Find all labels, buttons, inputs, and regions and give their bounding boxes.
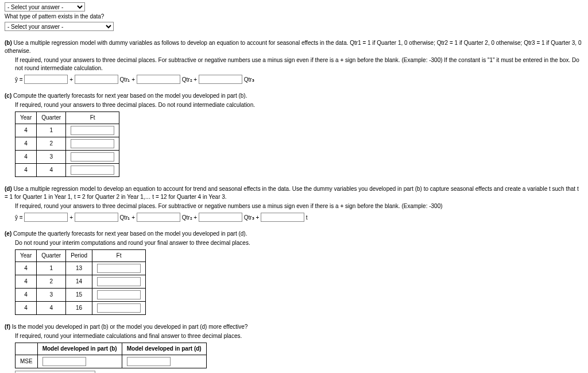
d-t-input[interactable] <box>261 213 304 222</box>
table-row: 4315 <box>16 289 146 302</box>
e-ft-2[interactable] <box>97 277 141 286</box>
mse-row-label: MSE <box>16 355 38 368</box>
d-q1-label: Qtr₁ + <box>120 214 136 221</box>
mse-b-input[interactable] <box>42 357 86 366</box>
c-h-quarter: Quarter <box>37 112 66 124</box>
table-row: 4214 <box>16 275 146 289</box>
d-q2-label: Qtr₂ + <box>182 214 198 221</box>
part-c-label: (c) <box>5 93 11 99</box>
mse-empty-header <box>16 343 38 355</box>
e-h-ft: Ft <box>92 250 146 262</box>
b-plus1: + <box>69 76 73 83</box>
mse-d-input[interactable] <box>127 357 171 366</box>
pattern-answer-select[interactable]: - Select your answer - <box>5 22 114 31</box>
e-h-year: Year <box>16 250 37 262</box>
d-q3-label: Qtr₃ + <box>244 214 260 221</box>
e-table: Year Quarter Period Ft 4113 4214 4315 44… <box>15 249 146 315</box>
table-row: 44 <box>16 164 119 177</box>
b-q2-input[interactable] <box>137 75 180 84</box>
b-const-input[interactable] <box>24 75 68 84</box>
table-row: 43 <box>16 151 119 164</box>
e-ft-3[interactable] <box>97 290 141 299</box>
b-yhat: ŷ = <box>15 76 23 83</box>
c-h-ft: Ft <box>66 112 119 124</box>
e-h-period: Period <box>66 250 92 262</box>
pattern-top-select[interactable]: - Select your answer - <box>5 2 85 11</box>
f-effective-select[interactable]: - Select your answer - <box>15 371 95 373</box>
b-q3-input[interactable] <box>199 75 242 84</box>
part-e-label: (e) <box>5 230 11 237</box>
d-plus1: + <box>69 214 73 221</box>
part-e-text2: Do not round your interim computations a… <box>5 239 583 247</box>
part-d-text2: If required, round your answers to three… <box>5 202 583 210</box>
c-ft-1[interactable] <box>71 126 114 135</box>
part-c-text2: If required, round your answers to three… <box>5 101 583 109</box>
d-q2-input[interactable] <box>137 213 180 222</box>
part-b-label: (b) <box>5 40 12 46</box>
b-q1-label: Qtr₁ + <box>120 76 136 83</box>
part-f-text1: Is the model you developed in part (b) o… <box>12 324 248 330</box>
c-table: Year Quarter Ft 41 42 43 44 <box>15 111 119 177</box>
d-q1-input[interactable] <box>75 213 118 222</box>
e-h-quarter: Quarter <box>37 250 66 262</box>
table-row: 42 <box>16 137 119 151</box>
d-const-input[interactable] <box>24 213 68 222</box>
c-h-year: Year <box>16 112 37 124</box>
d-q3-input[interactable] <box>199 213 242 222</box>
part-d-text1: Use a multiple regression model to devel… <box>5 186 579 200</box>
part-b-text1: Use a multiple regression model with dum… <box>5 40 582 54</box>
mse-table: Model developed in part (b) Model develo… <box>15 343 207 368</box>
pattern-question: What type of pattern exists in the data? <box>5 13 583 21</box>
part-e-text1: Compute the quarterly forecasts for next… <box>13 230 247 237</box>
part-b-text2: If required, round your answers to three… <box>5 56 583 72</box>
mse-col-d: Model developed in part (d) <box>122 343 206 355</box>
table-row: 41 <box>16 124 119 137</box>
c-ft-4[interactable] <box>71 166 114 175</box>
table-row: 4113 <box>16 262 146 275</box>
e-ft-1[interactable] <box>97 264 141 273</box>
b-q1-input[interactable] <box>75 75 118 84</box>
d-yhat: ŷ = <box>15 214 23 221</box>
part-f-text2: If required, round your intermediate cal… <box>5 332 583 340</box>
e-ft-4[interactable] <box>97 303 141 313</box>
mse-col-b: Model developed in part (b) <box>37 343 122 355</box>
b-q3-label: Qtr₃ <box>244 76 254 83</box>
d-t-label: t <box>306 214 308 221</box>
c-ft-2[interactable] <box>71 139 114 148</box>
table-row: 4416 <box>16 302 146 315</box>
c-ft-3[interactable] <box>71 152 114 161</box>
part-c-text1: Compute the quarterly forecasts for next… <box>13 93 247 99</box>
b-q2-label: Qtr₂ + <box>182 76 198 83</box>
part-f-label: (f) <box>5 324 10 330</box>
part-d-label: (d) <box>5 186 12 192</box>
